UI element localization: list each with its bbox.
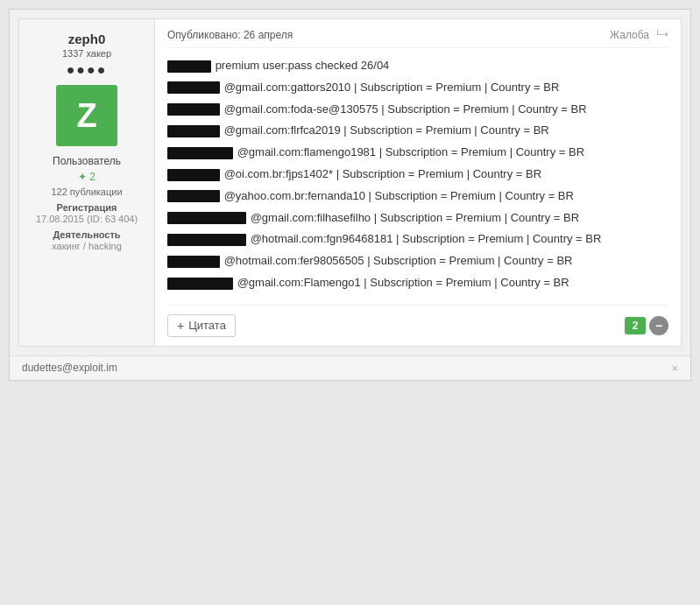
post-footer: + Цитата 2 −	[167, 305, 668, 337]
post-header-text: premium user:pass checked 26/04	[216, 59, 390, 72]
line-2-text: @gmail.com:foda-se@130575 | Subscription…	[224, 102, 587, 116]
redacted-block	[167, 60, 211, 73]
post-actions: Жалоба ⮡	[610, 28, 668, 42]
avatar-letter: Z	[76, 97, 96, 135]
footer-email: dudettes@exploit.im	[22, 362, 117, 374]
redacted-block	[167, 125, 220, 137]
rank-dots: ●●●●	[28, 62, 145, 78]
quote-button[interactable]: + Цитата	[167, 314, 236, 337]
vote-area: 2 −	[625, 316, 668, 335]
redacted-block	[167, 147, 233, 159]
post-line-9: @hotmail.com:fer98056505 | Subscription …	[167, 252, 668, 271]
post-line-5: @oi.com.br:fjps1402* | Subscription = Pr…	[167, 165, 668, 184]
post-line-3: @gmail.com:flrfca2019 | Subscription = P…	[167, 122, 668, 140]
line-3-text: @gmail.com:flrfca2019 | Subscription = P…	[224, 123, 549, 137]
line-10-text: @gmail.com:Flamengo1 | Subscription = Pr…	[237, 276, 569, 289]
line-6-text: @yahoo.com.br:fernanda10 | Subscription …	[224, 189, 574, 202]
vote-count: 2	[625, 317, 646, 334]
line-8-text: @hotmail.com:fgn96468181 | Subscription …	[251, 232, 602, 245]
user-sidebar: zeph0 1337 хакер ●●●● Z Пользователь ✦ 2…	[19, 19, 155, 346]
page-bottom: dudettes@exploit.im ×	[10, 355, 690, 380]
post-date: Опубликовано: 26 апреля	[167, 29, 293, 41]
line-7-text: @gmail.com:filhasefilho | Subscription =…	[251, 211, 579, 224]
share-icon[interactable]: ⮡	[656, 28, 668, 42]
redacted-block	[167, 169, 220, 181]
vote-neg-button[interactable]: −	[649, 316, 668, 335]
redacted-block	[167, 212, 246, 224]
close-button[interactable]: ×	[671, 362, 678, 375]
post-header: Опубликовано: 26 апреля Жалоба ⮡	[167, 28, 668, 48]
line-4-text: @gmail.com:flamengo1981 | Subscription =…	[237, 145, 584, 158]
post-line-6: @yahoo.com.br:fernanda10 | Subscription …	[167, 187, 668, 206]
main-content: Опубликовано: 26 апреля Жалоба ⮡ premium…	[155, 19, 681, 346]
user-rank: 1337 хакер	[28, 48, 145, 59]
post-body: premium user:pass checked 26/04 @gmail.c…	[167, 57, 668, 292]
post-line-2: @gmail.com:foda-se@130575 | Subscription…	[167, 101, 668, 119]
avatar: Z	[56, 85, 117, 146]
plus-icon: +	[177, 319, 184, 333]
post-intro-line: premium user:pass checked 26/04	[167, 57, 668, 75]
activity-value: хакинг / hacking	[28, 241, 145, 251]
quote-label: Цитата	[188, 319, 226, 332]
page-wrapper: zeph0 1337 хакер ●●●● Z Пользователь ✦ 2…	[9, 9, 691, 381]
username: zeph0	[28, 32, 145, 46]
reg-label: Регистрация	[28, 202, 145, 213]
redacted-block	[167, 278, 233, 290]
post-container: zeph0 1337 хакер ●●●● Z Пользователь ✦ 2…	[18, 18, 682, 347]
report-link[interactable]: Жалоба	[610, 29, 649, 41]
post-line-7: @gmail.com:filhasefilho | Subscription =…	[167, 209, 668, 228]
reg-value: 17.08.2015 (ID: 63 404)	[28, 214, 145, 224]
redacted-block	[167, 81, 220, 94]
line-5-text: @oi.com.br:fjps1402* | Subscription = Pr…	[224, 167, 541, 180]
line-9-text: @hotmail.com:fer98056505 | Subscription …	[224, 254, 573, 267]
redacted-block	[167, 103, 220, 116]
activity-label: Деятельность	[28, 229, 145, 240]
post-line-1: @gmail.com:gattors2010 | Subscription = …	[167, 79, 668, 97]
post-line-10: @gmail.com:Flamengo1 | Subscription = Pr…	[167, 274, 668, 292]
user-publications: 122 публикации	[28, 186, 145, 197]
post-line-8: @hotmail.com:fgn96468181 | Subscription …	[167, 230, 668, 249]
line-1-text: @gmail.com:gattors2010 | Subscription = …	[224, 81, 560, 94]
redacted-block	[167, 256, 220, 268]
redacted-block	[167, 234, 246, 246]
user-role: Пользователь	[28, 155, 145, 167]
post-line-4: @gmail.com:flamengo1981 | Subscription =…	[167, 144, 668, 162]
user-rep: ✦ 2	[28, 171, 145, 183]
redacted-block	[167, 190, 220, 202]
